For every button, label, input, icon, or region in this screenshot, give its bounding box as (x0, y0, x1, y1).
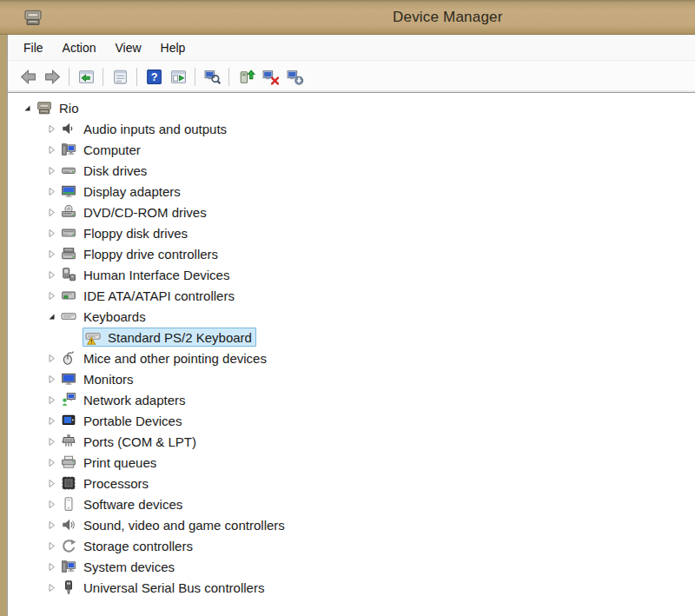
tree-item-universal-serial-bus-controllers[interactable]: Universal Serial Bus controllers (7, 577, 695, 598)
collapsed-chevron-icon[interactable] (45, 228, 58, 238)
tree-item-standard-ps-2-keyboard[interactable]: Standard PS/2 Keyboard (7, 327, 695, 348)
tree-item-portable-devices[interactable]: Portable Devices (7, 410, 695, 431)
device-manager-window: Device Manager FileActionViewHelp RioAud… (0, 0, 695, 616)
tree-item-floppy-disk-drives[interactable]: Floppy disk drives (7, 222, 695, 243)
tree-item-content[interactable]: Print queues (58, 453, 161, 472)
titlebar[interactable]: Device Manager (0, 0, 695, 35)
collapsed-chevron-icon[interactable] (45, 499, 58, 509)
tree-item-keyboards[interactable]: Keyboards (7, 306, 695, 327)
collapsed-chevron-icon[interactable] (45, 123, 58, 134)
display-adapter-icon (61, 183, 76, 199)
collapsed-chevron-icon[interactable] (45, 457, 58, 467)
collapsed-chevron-icon[interactable] (45, 374, 58, 384)
menu-action[interactable]: Action (53, 37, 106, 58)
tree-item-system-devices[interactable]: System devices (7, 556, 695, 577)
menu-help[interactable]: Help (151, 37, 195, 58)
show-action-pane-button[interactable] (166, 64, 190, 89)
uninstall-device-button[interactable] (258, 64, 282, 89)
tree-item-content[interactable]: Disk drives (58, 161, 151, 180)
tree-item-network-adapters[interactable]: Network adapters (7, 389, 695, 410)
collapsed-chevron-icon[interactable] (45, 290, 58, 301)
tree-item-content[interactable]: Display adapters (58, 182, 185, 201)
tree-item-content[interactable]: Audio inputs and outputs (58, 119, 231, 138)
tree-item-mice-and-other-pointing-devices[interactable]: Mice and other pointing devices (7, 348, 695, 368)
console-tree-icon (77, 68, 96, 86)
collapsed-chevron-icon[interactable] (45, 415, 58, 426)
show-hide-console-tree-button[interactable] (74, 64, 98, 89)
ports-icon (61, 434, 76, 449)
tree-item-content[interactable]: Portable Devices (58, 411, 186, 430)
tree-item-ide-ata-atapi-controllers[interactable]: IDE ATA/ATAPI controllers (7, 285, 695, 306)
tree-item-content[interactable]: Computer (58, 140, 145, 159)
collapsed-chevron-icon[interactable] (45, 269, 58, 280)
collapsed-chevron-icon[interactable] (45, 436, 58, 447)
tree-item-content[interactable]: Rio (34, 98, 83, 117)
tree-item-human-interface-devices[interactable]: Human Interface Devices (7, 264, 695, 285)
tree-item-ports-com-lpt[interactable]: Ports (COM & LPT) (7, 431, 695, 452)
device-tree[interactable]: RioAudio inputs and outputsComputerDisk … (7, 93, 695, 616)
storage-controller-icon (61, 538, 76, 553)
properties-button[interactable] (108, 64, 132, 89)
tree-item-content[interactable]: System devices (58, 557, 179, 576)
tree-item-monitors[interactable]: Monitors (7, 368, 695, 389)
collapsed-chevron-icon[interactable] (45, 186, 58, 196)
tree-item-disk-drives[interactable]: Disk drives (7, 160, 695, 181)
tree-item-processors[interactable]: Processors (7, 473, 695, 493)
collapsed-chevron-icon[interactable] (45, 478, 58, 488)
device-manager-icon (36, 100, 52, 116)
collapsed-chevron-icon[interactable] (45, 248, 58, 259)
tree-item-content[interactable]: DVD/CD-ROM drives (58, 202, 211, 222)
tree-item-label: Keyboards (83, 309, 146, 324)
collapsed-chevron-icon[interactable] (45, 540, 58, 551)
tree-item-storage-controllers[interactable]: Storage controllers (7, 535, 695, 556)
scan-for-hardware-changes-button[interactable] (200, 64, 224, 89)
tree-item-content[interactable]: Human Interface Devices (58, 265, 234, 284)
tree-item-audio-inputs-and-outputs[interactable]: Audio inputs and outputs (7, 118, 695, 139)
selected-tree-item-content[interactable]: Standard PS/2 Keyboard (83, 328, 256, 347)
expanded-chevron-icon[interactable] (45, 311, 58, 321)
tree-item-content[interactable]: Processors (58, 474, 153, 493)
forward-button[interactable] (40, 64, 64, 89)
disable-device-button[interactable] (282, 64, 307, 89)
collapsed-chevron-icon[interactable] (45, 394, 58, 405)
tree-item-label: Monitors (83, 372, 134, 387)
tree-item-content[interactable]: Mice and other pointing devices (58, 348, 271, 368)
update-driver-button[interactable] (234, 64, 258, 89)
tree-item-content[interactable]: IDE ATA/ATAPI controllers (58, 286, 239, 305)
tree-item-content[interactable]: Keyboards (58, 307, 150, 326)
tree-item-content[interactable]: Software devices (58, 494, 187, 513)
tree-item-content[interactable]: Sound, video and game controllers (58, 515, 289, 534)
mouse-icon (61, 350, 76, 366)
tree-item-rio[interactable]: Rio (7, 97, 695, 118)
back-button[interactable] (16, 64, 40, 89)
tree-item-content[interactable]: Monitors (58, 369, 138, 388)
tree-item-display-adapters[interactable]: Display adapters (7, 181, 695, 202)
collapsed-chevron-icon[interactable] (45, 582, 58, 593)
tree-item-content[interactable]: Floppy disk drives (58, 223, 192, 242)
tree-item-content[interactable]: Universal Serial Bus controllers (58, 578, 268, 597)
expanded-chevron-icon[interactable] (21, 103, 34, 113)
tree-item-label: Storage controllers (83, 539, 193, 553)
collapsed-chevron-icon[interactable] (45, 207, 58, 217)
tree-item-content[interactable]: Storage controllers (58, 536, 197, 555)
collapsed-chevron-icon[interactable] (45, 144, 58, 155)
tree-item-content[interactable]: Ports (COM & LPT) (58, 432, 201, 451)
hid-icon (61, 267, 76, 282)
expander-spacer (70, 332, 83, 342)
collapsed-chevron-icon[interactable] (45, 353, 58, 363)
tree-item-content[interactable]: Network adapters (58, 390, 190, 409)
menu-file[interactable]: File (14, 37, 53, 58)
uninstall-device-icon (261, 68, 280, 86)
tree-item-computer[interactable]: Computer (7, 139, 695, 160)
tree-item-print-queues[interactable]: Print queues (7, 452, 695, 473)
tree-item-content[interactable]: Floppy drive controllers (58, 244, 222, 263)
collapsed-chevron-icon[interactable] (45, 520, 58, 530)
tree-item-software-devices[interactable]: Software devices (7, 493, 695, 514)
tree-item-dvd-cd-rom-drives[interactable]: DVD/CD-ROM drives (7, 202, 695, 222)
help-button[interactable] (142, 64, 166, 89)
menu-view[interactable]: View (105, 37, 150, 58)
collapsed-chevron-icon[interactable] (45, 561, 58, 572)
tree-item-floppy-drive-controllers[interactable]: Floppy drive controllers (7, 243, 695, 264)
collapsed-chevron-icon[interactable] (45, 165, 58, 176)
tree-item-sound-video-and-game-controllers[interactable]: Sound, video and game controllers (7, 514, 695, 535)
